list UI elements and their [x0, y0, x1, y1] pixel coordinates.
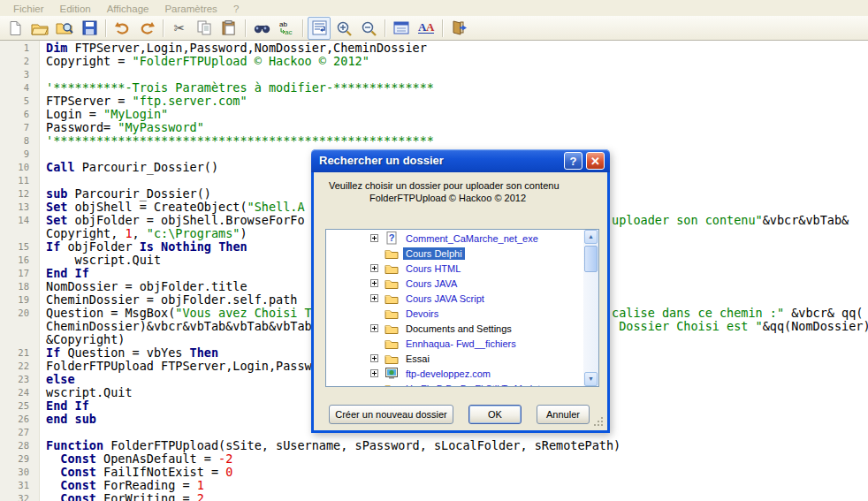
scroll-up-button[interactable]: ▲ — [584, 230, 598, 244]
expand-plus-icon[interactable] — [370, 324, 378, 332]
tree-item[interactable]: ftp-developpez.com — [326, 366, 583, 381]
toolbar-separator — [105, 19, 106, 37]
resize-grip[interactable] — [594, 417, 604, 427]
folder-icon — [385, 307, 399, 319]
menu-item-affichage[interactable]: Affichage — [99, 2, 157, 15]
tree-item-label: Devoirs — [403, 307, 441, 320]
line-number: 24 — [0, 386, 39, 399]
expand-plus-icon[interactable] — [370, 354, 378, 362]
line-number: 9 — [0, 148, 39, 161]
menu-bar: FichierEditionAffichageParamètres? — [0, 0, 868, 16]
tree-item[interactable]: Devoirs — [326, 306, 583, 321]
tree-item-label: Comment_CaMarche_net_exe — [403, 232, 541, 245]
dialog-close-button[interactable]: ✕ — [586, 152, 605, 170]
line-number: 32 — [0, 492, 39, 501]
code-line[interactable]: Const FailIfNotExist = 0 — [46, 466, 868, 479]
code-line-fragment[interactable]: calise dans ce chemin :" &vbcr& qq( — [612, 307, 863, 320]
ok-button[interactable]: OK — [468, 405, 522, 424]
code-line[interactable]: Function FolderFTPUpload(sSite, sUsernam… — [46, 439, 868, 452]
line-number: 30 — [0, 466, 39, 479]
find-icon[interactable] — [250, 17, 273, 40]
menu-item-fichier[interactable]: Fichier — [5, 2, 52, 15]
svg-text:ab: ab — [279, 20, 287, 28]
code-line[interactable]: Const ForReading = 1 — [46, 479, 868, 492]
folder-icon — [385, 292, 399, 304]
folder-icon — [385, 247, 399, 259]
line-number: 26 — [0, 413, 39, 426]
toolbar-separator — [442, 19, 443, 37]
tree-item[interactable]: Cours JAVA — [326, 276, 583, 291]
cut-icon[interactable]: ✂ — [168, 17, 191, 40]
expand-plus-icon[interactable] — [370, 294, 378, 302]
code-line[interactable]: Dim FTPServer,Login,Password,NomDossier,… — [46, 42, 868, 55]
cancel-button[interactable]: Annuler — [537, 405, 590, 424]
scroll-down-button[interactable]: ▼ — [584, 372, 598, 386]
line-number: 31 — [0, 479, 39, 492]
app-window: { "menu": {"items": ["Fichier", "Edition… — [0, 0, 868, 501]
menu-item-edition[interactable]: Edition — [52, 2, 99, 15]
code-line[interactable]: Const ForWriting = 2 — [46, 492, 868, 501]
line-number: 25 — [0, 399, 39, 413]
ftp-site-icon — [385, 367, 399, 380]
tree-item-label: Documents and Settings — [403, 323, 514, 335]
tree-item[interactable]: ?Comment_CaMarche_net_exe — [326, 231, 583, 246]
tree-scrollbar[interactable]: ▲ ▼ — [583, 230, 598, 386]
zoom-out-icon[interactable] — [357, 17, 380, 40]
exit-icon[interactable] — [447, 17, 470, 40]
line-number: 23 — [0, 373, 39, 386]
menu-item-paramtres[interactable]: Paramètres — [156, 2, 225, 15]
dialog-titlebar[interactable]: Rechercher un dossier ? ✕ — [311, 149, 610, 172]
word-wrap-icon[interactable] — [308, 17, 331, 40]
save-icon[interactable] — [78, 17, 101, 40]
tree-item[interactable]: Ha Fly B Ba Ba Fl Stil Ts Ms L t — [326, 381, 583, 387]
code-line[interactable] — [46, 68, 868, 81]
tree-item[interactable]: Cours HTML — [326, 261, 583, 276]
tree-item[interactable]: Ennhaqua- Fwd__fichiers — [326, 336, 583, 351]
line-number: 13 — [0, 201, 39, 214]
line-number: 10 — [0, 161, 39, 174]
code-line-fragment[interactable]: uploader son contenu"&vbcr&vbTab& — [612, 214, 849, 227]
line-number: 27 — [0, 426, 39, 439]
code-line[interactable]: Login = "MyLogin" — [46, 108, 868, 121]
browse-folder-icon[interactable] — [53, 17, 76, 40]
undo-icon[interactable] — [110, 17, 133, 40]
new-document-icon[interactable] — [4, 17, 27, 40]
code-line[interactable]: '***************************************… — [46, 134, 868, 148]
code-line[interactable]: '**********-Trois Paramètres à modifier-… — [46, 81, 868, 95]
zoom-in-icon[interactable] — [332, 17, 355, 40]
copy-icon[interactable] — [193, 17, 216, 40]
line-number — [0, 333, 39, 346]
replace-icon[interactable]: abac — [275, 17, 298, 40]
code-line[interactable]: Copyright = "FolderFTPUpload © Hackoo © … — [46, 55, 868, 68]
toolbar-separator — [385, 19, 385, 37]
code-line[interactable]: Const OpenAsDefault = -2 — [46, 452, 868, 466]
line-number: 17 — [0, 267, 39, 280]
line-number: 11 — [0, 174, 39, 187]
tree-item-label: Cours HTML — [403, 262, 463, 275]
expand-plus-icon[interactable] — [370, 234, 378, 242]
tree-item[interactable]: Cours JAVA Script — [326, 291, 583, 306]
folder-tree: ?Comment_CaMarche_net_exeCours DelphiCou… — [325, 229, 599, 387]
tree-item[interactable]: Essai — [326, 351, 583, 366]
expand-plus-icon[interactable] — [370, 264, 378, 272]
line-number: 14 — [0, 214, 39, 227]
tree-item[interactable]: Cours Delphi — [326, 246, 583, 261]
output-pane-icon[interactable] — [390, 17, 413, 40]
dialog-help-button[interactable]: ? — [564, 152, 582, 170]
tree-item[interactable]: Documents and Settings — [326, 321, 583, 336]
redo-icon[interactable] — [135, 17, 158, 40]
code-line-fragment[interactable]: Dossier Choisi est "&qq(NomDossier) — [612, 320, 868, 333]
line-number — [0, 320, 39, 333]
paste-icon[interactable] — [217, 17, 240, 40]
code-line[interactable]: FTPServer = "ftp.server.com" — [46, 95, 868, 108]
expand-plus-icon[interactable] — [370, 279, 378, 287]
code-line[interactable]: Password= "MyPassword" — [46, 121, 868, 134]
tree-item-label: Cours JAVA — [403, 277, 460, 290]
open-file-icon[interactable] — [28, 17, 51, 40]
font-icon[interactable]: AA — [415, 17, 438, 40]
create-folder-button[interactable]: Créer un nouveau dossier — [329, 405, 453, 424]
expand-plus-icon[interactable] — [370, 369, 378, 377]
svg-text:?: ? — [389, 232, 395, 243]
scrollbar-thumb[interactable] — [584, 246, 598, 272]
menu-item-?[interactable]: ? — [225, 2, 247, 15]
